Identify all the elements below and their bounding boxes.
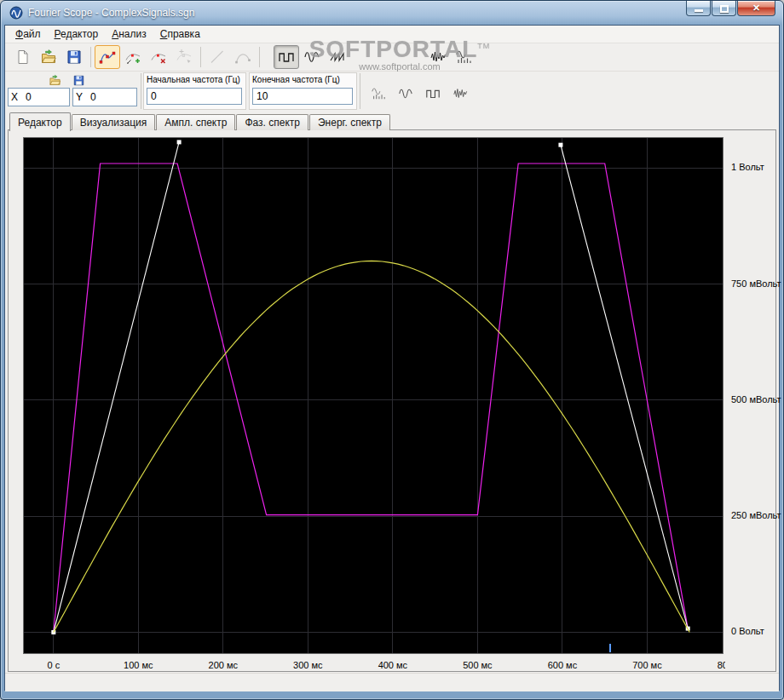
y-tick-label: 500 мВольт bbox=[731, 394, 781, 405]
save-file-icon bbox=[66, 49, 83, 66]
statusbar bbox=[5, 673, 779, 691]
noise-signal-button[interactable] bbox=[448, 83, 472, 105]
square-wave-icon bbox=[278, 49, 295, 66]
save-file-icon bbox=[72, 74, 85, 87]
toolbar-spacer bbox=[263, 57, 274, 58]
tab-ampl-spectrum[interactable]: Ампл. спектр bbox=[156, 114, 235, 130]
menu-edit[interactable]: Редактор bbox=[48, 26, 106, 42]
x-tick-label: 200 мс bbox=[209, 660, 238, 670]
noise-wave-icon bbox=[429, 49, 447, 66]
menu-help[interactable]: Справка bbox=[153, 26, 207, 42]
toolbar2-left-buttons bbox=[43, 72, 90, 89]
x-tick-label: 100 мс bbox=[124, 660, 153, 670]
toolbar-separator bbox=[90, 47, 91, 67]
x-coordinate-field[interactable]: X 0 bbox=[8, 88, 70, 106]
x-axis-labels: 0 с100 мс200 мс300 мс400 мс500 мс600 мс7… bbox=[9, 659, 725, 673]
sine-wave-icon bbox=[398, 86, 413, 101]
fft-icon bbox=[455, 49, 472, 66]
noise-wave-button[interactable] bbox=[425, 45, 451, 69]
line-tool-icon bbox=[209, 49, 226, 66]
sine-wave-button[interactable] bbox=[299, 45, 325, 69]
x-tick-label: 400 мс bbox=[378, 660, 407, 670]
delete-point-button[interactable] bbox=[146, 45, 171, 69]
x-tick-label: 300 мс bbox=[293, 660, 322, 670]
window-controls: ✕ bbox=[686, 1, 775, 16]
impulse-signal-button[interactable] bbox=[421, 83, 445, 105]
tabstrip: РедакторВизуализацияАмпл. спектрФаз. спе… bbox=[5, 112, 779, 130]
curve-tool-icon bbox=[234, 49, 251, 66]
noise-wave-icon bbox=[453, 86, 468, 101]
open-file-button[interactable] bbox=[36, 45, 61, 69]
app-window: Fourier Scope - ComplexSignals.sgn ✕ Фай… bbox=[0, 0, 784, 700]
move-point-button[interactable] bbox=[171, 45, 197, 69]
tab-energy-spectrum[interactable]: Энерг. спектр bbox=[309, 114, 390, 130]
add-point-icon bbox=[124, 49, 141, 66]
titlebar[interactable]: Fourier Scope - ComplexSignals.sgn ✕ bbox=[1, 1, 783, 25]
open-file-icon bbox=[49, 74, 61, 87]
client-area: ФайлРедакторАнализСправка X 0 Y 0 Началь… bbox=[4, 25, 780, 691]
edit-points-icon bbox=[99, 49, 116, 66]
add-point-button[interactable] bbox=[120, 45, 146, 69]
x-tick-label: 600 мс bbox=[548, 660, 577, 670]
fft-icon bbox=[371, 86, 386, 101]
x-tick-label: 500 мс bbox=[463, 660, 492, 670]
end-frequency-input[interactable]: 10 bbox=[252, 88, 353, 105]
delete-point-icon bbox=[150, 49, 167, 66]
end-frequency-label: Конечная частота (Гц) bbox=[250, 73, 356, 84]
x-tick-label: 700 мс bbox=[632, 660, 661, 670]
y-tick-label: 750 мВольт bbox=[731, 278, 781, 289]
y-value: 0 bbox=[90, 91, 96, 103]
start-frequency-group: Начальная частота (Гц) 0 bbox=[143, 72, 246, 110]
y-coordinate-field[interactable]: Y 0 bbox=[72, 88, 137, 106]
window-title: Fourier Scope - ComplexSignals.sgn bbox=[28, 7, 194, 19]
close-icon: ✕ bbox=[752, 3, 760, 14]
new-file-button[interactable] bbox=[10, 45, 36, 69]
open-file-icon bbox=[40, 49, 57, 66]
minimize-icon bbox=[695, 9, 703, 12]
line-tool-button[interactable] bbox=[205, 45, 230, 69]
open-signal-button[interactable] bbox=[43, 72, 66, 89]
editor-tabpage: 0 Вольт250 мВольт500 мВольт750 мВольт1 В… bbox=[8, 129, 776, 672]
y-axis-labels: 0 Вольт250 мВольт500 мВольт750 мВольт1 В… bbox=[729, 130, 784, 671]
sawtooth-wave-button[interactable] bbox=[325, 45, 350, 69]
menubar: ФайлРедакторАнализСправка bbox=[5, 26, 779, 43]
sine-wave-icon bbox=[303, 49, 320, 66]
new-file-icon bbox=[14, 49, 32, 66]
y-tick-label: 0 Вольт bbox=[731, 626, 764, 636]
x-tick-label: 800 мс bbox=[718, 660, 725, 670]
maximize-button[interactable] bbox=[712, 1, 736, 16]
end-frequency-group: Конечная частота (Гц) 10 bbox=[249, 72, 357, 110]
save-file-button[interactable] bbox=[61, 45, 87, 69]
menu-file[interactable]: Файл bbox=[9, 26, 48, 42]
save-signal-button[interactable] bbox=[66, 72, 90, 89]
toolbar-spacer bbox=[350, 57, 425, 58]
start-frequency-input[interactable]: 0 bbox=[147, 88, 242, 105]
start-frequency-label: Начальная частота (Гц) bbox=[144, 73, 245, 84]
square-wave-icon bbox=[425, 86, 441, 101]
tab-editor[interactable]: Редактор bbox=[9, 112, 71, 131]
sawtooth-wave-icon bbox=[329, 49, 346, 66]
minimize-button[interactable] bbox=[686, 1, 711, 16]
maximize-icon bbox=[720, 5, 729, 13]
close-button[interactable]: ✕ bbox=[737, 1, 775, 16]
square-wave-button[interactable] bbox=[274, 45, 299, 69]
x-label: X bbox=[11, 91, 18, 103]
edit-points-button[interactable] bbox=[95, 45, 120, 69]
harmonic-signal-button[interactable] bbox=[394, 83, 418, 105]
x-tick-label: 0 с bbox=[47, 660, 60, 670]
y-tick-label: 250 мВольт bbox=[731, 510, 781, 520]
menu-analysis[interactable]: Анализ bbox=[105, 26, 153, 42]
fourier-analyze-button[interactable] bbox=[451, 45, 476, 69]
params-toolbar: X 0 Y 0 Начальная частота (Гц) 0 Конечна… bbox=[5, 72, 779, 112]
toolbar-separator bbox=[259, 47, 260, 67]
tab-phase-spectrum[interactable]: Фаз. спектр bbox=[236, 114, 308, 130]
tab-visualization[interactable]: Визуализация bbox=[72, 114, 156, 130]
x-value: 0 bbox=[26, 91, 32, 103]
y-tick-label: 1 Вольт bbox=[731, 162, 764, 172]
y-label: Y bbox=[76, 91, 83, 103]
curve-tool-button[interactable] bbox=[230, 45, 256, 69]
app-icon bbox=[9, 6, 23, 20]
fourier-transform-button[interactable] bbox=[366, 83, 390, 105]
toolbar2-right-buttons bbox=[366, 83, 472, 105]
signal-plot-canvas[interactable] bbox=[23, 137, 723, 654]
